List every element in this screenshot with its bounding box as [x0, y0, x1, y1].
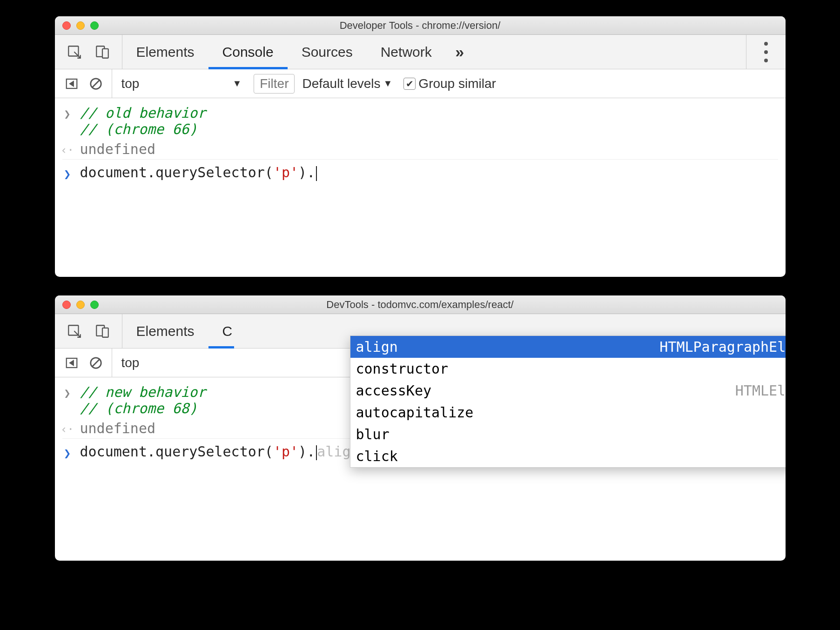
tab-label-partial: C: [222, 323, 233, 339]
devtools-window-old: Developer Tools - chrome://version/ Elem…: [55, 16, 786, 277]
zoom-icon[interactable]: [90, 301, 99, 309]
filter-input[interactable]: Filter: [254, 74, 295, 94]
checkbox-checked-icon[interactable]: ✔: [403, 78, 416, 90]
toolbar-icons: [55, 314, 122, 348]
comment-line: // (chrome 68): [80, 400, 206, 416]
titlebar: DevTools - todomvc.com/examples/react/: [55, 295, 786, 314]
prompt-chevron-icon: ❯: [62, 164, 73, 181]
autocomplete-item[interactable]: click: [350, 445, 786, 467]
text-cursor: [316, 166, 317, 181]
window-title: DevTools - todomvc.com/examples/react/: [62, 299, 778, 311]
ac-type: HTMLParagraphElement: [659, 339, 785, 355]
code-string: 'p': [273, 443, 298, 460]
svg-rect-7: [102, 328, 108, 337]
comment-line: // new behavior: [80, 384, 206, 400]
ac-label: autocapitalize: [356, 404, 474, 421]
ac-label: constructor: [356, 361, 449, 377]
clear-console-icon[interactable]: [87, 355, 104, 371]
tab-elements[interactable]: Elements: [122, 314, 208, 348]
code-text: ).: [298, 164, 315, 181]
panel-tabs: Elements C: [122, 314, 235, 348]
console-body: ❯ // old behavior // (chrome 66) ‹· unde…: [55, 98, 786, 194]
autocomplete-item[interactable]: blur: [350, 423, 786, 445]
comment-line: // old behavior: [80, 105, 206, 121]
ac-label: align: [356, 339, 398, 355]
dropdown-icon: ▼: [232, 78, 242, 89]
autocomplete-item[interactable]: accessKey HTMLElement: [350, 380, 786, 402]
inspect-icon[interactable]: [66, 44, 83, 60]
group-label: Group similar: [418, 76, 496, 91]
autocomplete-item[interactable]: autocapitalize: [350, 402, 786, 423]
input-chevron-icon: ❯: [62, 105, 73, 121]
titlebar: Developer Tools - chrome://version/: [55, 16, 786, 35]
svg-rect-2: [102, 48, 108, 58]
device-icon[interactable]: [94, 44, 111, 60]
main-toolbar: Elements Console Sources Network »: [55, 35, 786, 69]
result-chevron-icon: ‹·: [62, 420, 73, 436]
result-chevron-icon: ‹·: [62, 141, 73, 157]
panel-tabs: Elements Console Sources Network »: [122, 35, 474, 69]
context-label: top: [121, 355, 140, 370]
dropdown-icon: ▼: [383, 78, 393, 89]
tab-console-partial[interactable]: C: [208, 314, 235, 348]
context-selector[interactable]: top ▼: [112, 69, 247, 98]
tab-sources[interactable]: Sources: [288, 35, 367, 69]
console-prompt-row[interactable]: ❯ document.querySelector('p').: [62, 159, 778, 183]
console-input-row: ❯ // old behavior // (chrome 66): [62, 103, 778, 139]
code-string: 'p': [273, 164, 298, 181]
context-label: top: [121, 76, 140, 91]
levels-label: Default levels: [302, 76, 380, 91]
traffic-lights: [62, 21, 99, 30]
tabs-overflow-icon[interactable]: »: [446, 35, 474, 69]
input-chevron-icon: ❯: [62, 384, 73, 400]
zoom-icon[interactable]: [90, 21, 99, 30]
comment-line: // (chrome 66): [80, 121, 206, 137]
close-icon[interactable]: [62, 21, 71, 30]
sidebar-toggle-icon[interactable]: [63, 355, 80, 371]
console-result-row: ‹· undefined: [62, 139, 778, 159]
ac-type: HTMLElement: [735, 382, 786, 399]
code-text: ).: [298, 443, 315, 460]
autocomplete-item[interactable]: align HTMLParagraphElement: [350, 336, 786, 358]
levels-dropdown[interactable]: Default levels ▼: [302, 76, 392, 91]
result-value: undefined: [80, 141, 156, 157]
result-value: undefined: [80, 420, 156, 436]
console-body: ❯ // new behavior // (chrome 68) ‹· unde…: [55, 377, 786, 473]
console-subbar: top ▼ Filter Default levels ▼ ✔ Group si…: [55, 69, 786, 98]
tab-elements[interactable]: Elements: [122, 35, 208, 69]
prompt-code[interactable]: document.querySelector('p').align: [80, 443, 359, 460]
tab-console[interactable]: Console: [208, 35, 288, 69]
kebab-menu-icon[interactable]: [756, 40, 776, 65]
window-title: Developer Tools - chrome://version/: [62, 20, 778, 32]
code-text: document.querySelector(: [80, 164, 273, 181]
minimize-icon[interactable]: [76, 21, 85, 30]
group-similar-toggle[interactable]: ✔ Group similar: [403, 76, 496, 91]
clear-console-icon[interactable]: [87, 75, 104, 92]
minimize-icon[interactable]: [76, 301, 85, 309]
autocomplete-item[interactable]: constructor: [350, 358, 786, 380]
autocomplete-popup[interactable]: align HTMLParagraphElement constructor a…: [350, 335, 786, 468]
device-icon[interactable]: [94, 323, 111, 340]
prompt-chevron-icon: ❯: [62, 443, 73, 460]
tab-network[interactable]: Network: [367, 35, 446, 69]
toolbar-icons: [55, 35, 122, 69]
prompt-code[interactable]: document.querySelector('p').: [80, 164, 317, 181]
traffic-lights: [62, 301, 99, 309]
ac-label: accessKey: [356, 382, 432, 399]
code-text: document.querySelector(: [80, 443, 273, 460]
close-icon[interactable]: [62, 301, 71, 309]
toolbar-right: [746, 35, 786, 69]
inspect-icon[interactable]: [66, 323, 83, 340]
context-selector[interactable]: top: [112, 349, 144, 377]
ac-label: click: [356, 448, 398, 464]
devtools-window-new: DevTools - todomvc.com/examples/react/ E…: [55, 295, 786, 561]
ac-label: blur: [356, 426, 390, 442]
sidebar-toggle-icon[interactable]: [63, 75, 80, 92]
